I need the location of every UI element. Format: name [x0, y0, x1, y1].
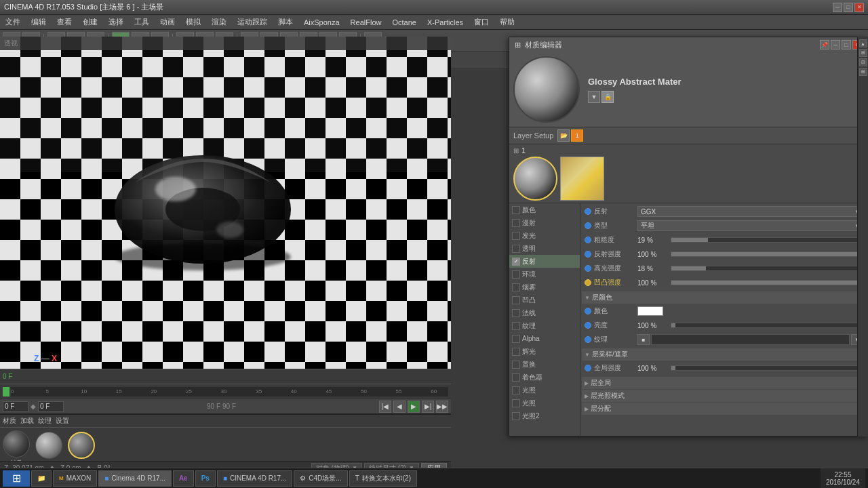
side-btn-1[interactable]: ▲	[859, 39, 867, 47]
start-button[interactable]: ⊞	[3, 470, 30, 487]
reflect-model-dropdown[interactable]: GGX ▼	[637, 206, 863, 217]
play-btn[interactable]: ▶	[408, 401, 420, 413]
menu-view[interactable]: 查看	[54, 16, 75, 28]
taskbar-ae[interactable]: Ae	[173, 470, 194, 487]
mat-tab-load[interactable]: 加载	[20, 416, 34, 426]
layer-btn-2[interactable]: 1	[571, 129, 583, 142]
texture-field[interactable]	[651, 334, 850, 345]
reflectance-slider[interactable]	[671, 251, 863, 257]
menu-render[interactable]: 渲染	[209, 16, 229, 28]
taskbar-explorer[interactable]: 📁	[31, 470, 52, 487]
channel-diffuse-check	[512, 219, 520, 227]
prev-frame-btn[interactable]: ◀	[393, 401, 406, 413]
prop-reflectance-label: 反射强度	[594, 249, 635, 259]
channel-color-label: 颜色	[522, 205, 536, 215]
layer-thumb-color[interactable]	[560, 157, 604, 201]
taskbar-ps[interactable]: Ps	[195, 470, 216, 487]
global-section-header[interactable]: ▶ 层全局	[582, 377, 866, 389]
taskbar-text[interactable]: T 转换文本水印(2)	[349, 470, 417, 487]
material-preview-sphere[interactable]	[513, 56, 580, 123]
mat-btn-lock[interactable]: 🔒	[601, 91, 614, 103]
channel-light3[interactable]: 光照2	[509, 409, 580, 422]
side-btn-2[interactable]: ⊞	[859, 49, 867, 57]
channel-fog[interactable]: 烟雾	[509, 281, 580, 293]
menu-realflow[interactable]: RealFlow	[348, 17, 384, 28]
texture-btn-1[interactable]: ■	[637, 334, 650, 345]
illum-section-header[interactable]: ▶ 层光照模式	[582, 390, 866, 402]
channel-bump[interactable]: 凹凸	[509, 293, 580, 306]
end-frame-label: 90 F	[207, 403, 220, 410]
mat-tab-material[interactable]: 材质	[3, 416, 16, 426]
channel-alpha[interactable]: Alpha	[509, 332, 580, 345]
layer-color-title: 层颜色	[592, 293, 612, 302]
layer-thumb-sphere[interactable]	[513, 157, 557, 201]
channel-color[interactable]: 颜色	[509, 203, 580, 216]
menu-help[interactable]: 帮助	[497, 16, 517, 28]
menu-simulate[interactable]: 模拟	[183, 16, 203, 28]
channel-glow[interactable]: 辉光	[509, 345, 580, 358]
side-btn-3[interactable]: ⊟	[859, 58, 867, 66]
layer-btn-1[interactable]: 📂	[557, 129, 570, 142]
menu-edit[interactable]: 编辑	[28, 16, 49, 28]
channel-env[interactable]: 环境	[509, 268, 580, 281]
menu-file[interactable]: 文件	[3, 16, 23, 28]
sampling-header[interactable]: ▼ 层采样/遮罩	[582, 348, 866, 361]
taskbar-c4d[interactable]: ■ Cinema 4D R17...	[98, 470, 172, 487]
panel-maximize-btn[interactable]: □	[842, 40, 851, 49]
channel-reflect[interactable]: ✓ 反射	[509, 255, 580, 268]
mat-btn-arrow[interactable]: ▼	[588, 91, 600, 103]
roughness-fill	[671, 238, 708, 242]
menu-window[interactable]: 窗口	[471, 16, 492, 28]
assign-section-header[interactable]: ▶ 层分配	[582, 403, 866, 415]
taskbar-c4d2[interactable]: ■ CINEMA 4D R17...	[217, 470, 292, 487]
frame-10: 10	[81, 387, 87, 394]
menu-select[interactable]: 选择	[106, 16, 126, 28]
minimize-btn[interactable]: ─	[833, 3, 842, 12]
mat-tab-texture[interactable]: 纹理	[38, 416, 52, 426]
channel-fog-label: 烟雾	[522, 283, 536, 292]
global-slider[interactable]	[671, 365, 863, 371]
type-dropdown[interactable]: 平坦 ▼	[637, 220, 863, 231]
color-swatch[interactable]	[637, 306, 663, 316]
roughness-slider[interactable]	[671, 237, 863, 243]
menu-tools[interactable]: 工具	[132, 16, 152, 28]
channel-normal[interactable]: 法线	[509, 306, 580, 319]
menu-octane[interactable]: Octane	[389, 17, 418, 28]
start-frame-input[interactable]	[38, 401, 64, 412]
next-frame-btn[interactable]: ▶|	[422, 401, 434, 413]
go-end-btn[interactable]: ▶▶	[436, 401, 448, 413]
global-triangle: ▶	[585, 380, 589, 386]
go-start-btn[interactable]: |◀	[379, 401, 391, 413]
channel-light2[interactable]: 光照	[509, 396, 580, 409]
taskbar-maxon[interactable]: M MAXON	[53, 470, 97, 487]
bump-fill	[671, 281, 863, 285]
current-frame-input[interactable]	[3, 401, 28, 412]
channel-diffuse[interactable]: 漫射	[509, 216, 580, 229]
layer-color-header[interactable]: ▼ 层颜色	[582, 291, 866, 304]
brightness-slider[interactable]	[671, 323, 863, 328]
channel-trans[interactable]: 透明	[509, 242, 580, 255]
menu-plugins[interactable]: AixSponza	[301, 17, 342, 28]
menu-motiontk[interactable]: 运动跟踪	[235, 16, 270, 28]
mat-tab-settings[interactable]: 设置	[56, 416, 69, 426]
maximize-btn[interactable]: □	[844, 3, 853, 12]
panel-minimize-btn[interactable]: ─	[831, 40, 840, 49]
bump-slider[interactable]	[671, 280, 863, 285]
menu-script[interactable]: 脚本	[275, 16, 296, 28]
timeline-ruler[interactable]: 0 5 10 15 20 25 30 35 40 45 50 55 60	[11, 387, 448, 396]
channel-shader[interactable]: 着色器	[509, 371, 580, 384]
panel-pin-btn[interactable]: 📌	[820, 40, 829, 49]
menu-xpart[interactable]: X-Particles	[425, 17, 466, 28]
material-browser-tabs: 材质 加载 纹理 设置	[0, 415, 451, 428]
specular-slider[interactable]	[671, 266, 863, 271]
channel-texture[interactable]: 纹理	[509, 319, 580, 332]
taskbar-app2[interactable]: ⚙ C4D场景...	[294, 470, 347, 487]
menu-create[interactable]: 创建	[80, 16, 100, 28]
menu-animate[interactable]: 动画	[157, 16, 178, 28]
channel-displace[interactable]: 置换	[509, 358, 580, 371]
close-btn[interactable]: ✕	[854, 3, 864, 12]
channel-emit[interactable]: 发光	[509, 229, 580, 242]
prop-bump-value: 100 %	[637, 279, 668, 287]
channel-light1[interactable]: 光照	[509, 384, 580, 396]
side-btn-4[interactable]: ⊞	[859, 68, 867, 76]
